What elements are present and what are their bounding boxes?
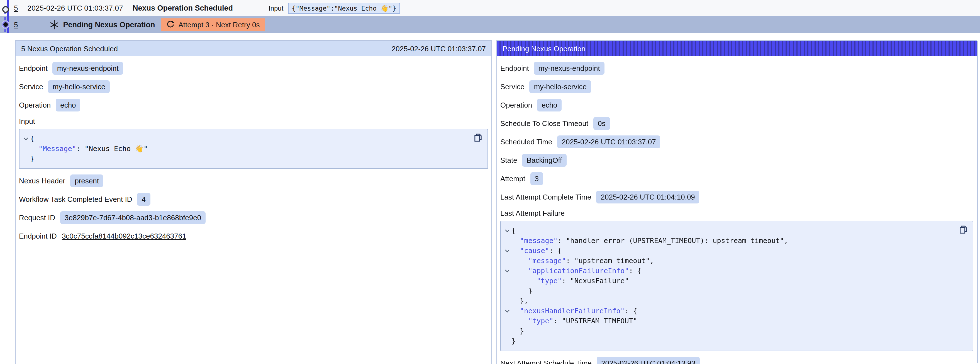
json-line: }	[503, 336, 956, 346]
event-title: Pending Nexus Operation	[63, 20, 155, 29]
field-value-badge: 2025-02-26 UTC 01:04:10.09	[597, 190, 700, 203]
collapse-chevron-icon[interactable]	[503, 269, 511, 273]
field-value-badge: echo	[56, 98, 80, 111]
json-line: {	[503, 226, 956, 236]
field-row: Workflow Task Completed Event ID4	[19, 192, 488, 206]
field-row: Endpointmy-nexus-endpoint	[19, 61, 488, 75]
input-value-chip[interactable]: {"Message":"Nexus Echo 👋"}	[288, 3, 400, 14]
json-line: "cause": {	[503, 246, 956, 256]
input-json-viewer: { "Message": "Nexus Echo 👋"}	[19, 129, 488, 169]
field-label: Workflow Task Completed Event ID	[19, 195, 132, 203]
field-value-badge: my-nexus-endpoint	[52, 62, 123, 74]
vertical-scrollbar[interactable]	[977, 41, 978, 363]
copy-button[interactable]	[473, 133, 482, 143]
field-label: Next Attempt Schedule Time	[500, 359, 592, 364]
collapse-chevron-icon[interactable]	[503, 229, 511, 232]
event-detail-header-time: 2025-02-26 UTC 01:03:37.07	[392, 44, 486, 53]
json-line: "Message": "Nexus Echo 👋"	[22, 144, 471, 154]
json-line: "message": "upstream timeout",	[503, 256, 956, 266]
json-content: { "message": "handler error (UPSTREAM_TI…	[503, 226, 956, 346]
field-value-link[interactable]: 3c0c75ccfa8144b092c13ce632463761	[62, 231, 186, 240]
event-id-link[interactable]: 5	[14, 20, 18, 29]
pending-operation-fields: Endpointmy-nexus-endpointServicemy-hello…	[500, 61, 973, 203]
retry-icon	[167, 21, 175, 29]
event-detail-panel: 5 Nexus Operation Scheduled 2025-02-26 U…	[15, 40, 492, 364]
field-label: Operation	[19, 101, 51, 109]
field-label: Nexus Header	[19, 176, 65, 185]
field-value-badge: 3	[530, 172, 543, 185]
event-row-nexus-operation-scheduled[interactable]: 5 2025-02-26 UTC 01:03:37.07 Nexus Opera…	[0, 0, 980, 16]
input-label: Input	[269, 4, 283, 12]
copy-button[interactable]	[958, 225, 968, 235]
collapse-chevron-icon[interactable]	[22, 137, 30, 140]
field-row: Endpointmy-nexus-endpoint	[500, 61, 973, 75]
field-row: Request ID3e829b7e-7d67-4b08-aad3-b1e868…	[19, 211, 488, 224]
field-row: Operationecho	[19, 98, 488, 112]
pending-operation-header-title: Pending Nexus Operation	[503, 44, 585, 53]
json-line: "nexusHandlerFailureInfo": {	[503, 306, 956, 316]
field-row: Attempt3	[500, 172, 973, 185]
field-row: StateBackingOff	[500, 153, 973, 167]
json-content: { "Message": "Nexus Echo 👋"}	[22, 134, 471, 164]
field-value-badge: 0s	[593, 117, 610, 129]
field-row: Servicemy-hello-service	[19, 80, 488, 93]
field-label: Operation	[500, 101, 532, 109]
input-section-label: Input	[19, 117, 488, 125]
field-label: Service	[19, 82, 43, 91]
retry-badge-label: Attempt 3 · Next Retry 0s	[178, 20, 260, 29]
json-line: },	[503, 296, 956, 306]
workflow-event-history: 5 2025-02-26 UTC 01:03:37.07 Nexus Opera…	[0, 0, 980, 364]
event-detail-header: 5 Nexus Operation Scheduled 2025-02-26 U…	[16, 41, 492, 56]
failure-json-viewer: { "message": "handler error (UPSTREAM_TI…	[500, 221, 973, 351]
field-value-badge: my-hello-service	[530, 80, 591, 93]
collapse-chevron-icon[interactable]	[503, 310, 511, 313]
pending-operation-panel: Pending Nexus Operation Endpointmy-nexus…	[496, 40, 977, 364]
json-line: "applicationFailureInfo": {	[503, 266, 956, 276]
event-row-pending-nexus-operation[interactable]: 5 Pending Nexus Operation Attempt 3 · Ne…	[0, 16, 980, 33]
timeline-node-open-icon	[2, 6, 9, 13]
event-title: Nexus Operation Scheduled	[133, 4, 233, 12]
retry-status-badge: Attempt 3 · Next Retry 0s	[161, 18, 266, 31]
field-label: Endpoint ID	[19, 231, 57, 240]
field-label: State	[500, 156, 517, 164]
field-label: Request ID	[19, 213, 55, 222]
pending-operation-body: Endpointmy-nexus-endpointServicemy-hello…	[497, 61, 977, 364]
json-line: }	[503, 326, 956, 336]
pending-operation-fields-secondary: Next Attempt Schedule Time2025-02-26 UTC…	[500, 356, 973, 364]
field-value-badge: BackingOff	[522, 153, 566, 166]
copy-icon	[959, 225, 967, 234]
event-timestamp: 2025-02-26 UTC 01:03:37.07	[27, 4, 123, 12]
event-detail-fields: Endpointmy-nexus-endpointServicemy-hello…	[19, 61, 488, 112]
field-value-badge: 2025-02-26 UTC 01:03:37.07	[557, 135, 660, 148]
copy-icon	[473, 133, 482, 142]
field-row: Next Attempt Schedule Time2025-02-26 UTC…	[500, 356, 973, 364]
collapse-chevron-icon[interactable]	[503, 249, 511, 252]
pending-operation-header: Pending Nexus Operation	[497, 41, 977, 56]
field-value-badge: echo	[537, 98, 562, 111]
field-row: Schedule To Close Timeout0s	[500, 117, 973, 130]
field-value-badge: 3e829b7e-7d67-4b08-aad3-b1e868bfe9e0	[60, 211, 205, 224]
field-label: Endpoint	[500, 64, 529, 72]
event-detail-header-title: 5 Nexus Operation Scheduled	[21, 44, 118, 53]
field-value-badge: my-hello-service	[48, 80, 110, 93]
timeline-node-current-icon	[2, 21, 9, 28]
field-label: Last Attempt Complete Time	[500, 193, 592, 201]
json-line: {	[22, 134, 471, 144]
event-detail-body: Endpointmy-nexus-endpointServicemy-hello…	[16, 61, 492, 243]
timeline-active-bar	[7, 0, 9, 33]
json-line: "type": "UPSTREAM_TIMEOUT"	[503, 316, 956, 326]
field-label: Service	[500, 82, 525, 91]
field-row: Endpoint ID3c0c75ccfa8144b092c13ce632463…	[19, 229, 488, 243]
field-row: Last Attempt Complete Time2025-02-26 UTC…	[500, 190, 973, 203]
json-line: }	[503, 286, 956, 296]
field-value-badge: present	[70, 174, 103, 187]
field-value-badge: my-nexus-endpoint	[534, 62, 605, 74]
event-id-link[interactable]: 5	[14, 4, 18, 12]
field-value-badge: 2025-02-26 UTC 01:04:13.93	[597, 356, 700, 364]
field-label: Scheduled Time	[500, 137, 552, 146]
last-attempt-failure-label: Last Attempt Failure	[500, 209, 973, 217]
pending-spinner-icon	[49, 20, 59, 29]
json-line: "message": "handler error (UPSTREAM_TIME…	[503, 236, 956, 246]
field-row: Scheduled Time2025-02-26 UTC 01:03:37.07	[500, 135, 973, 148]
field-label: Endpoint	[19, 64, 48, 72]
